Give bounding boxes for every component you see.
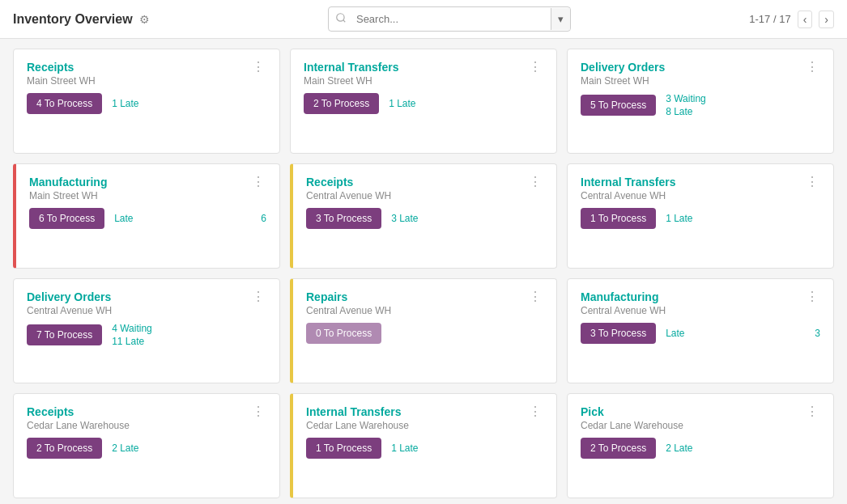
card-body-row: 3 To Process Late 3 [581, 323, 820, 344]
card-header: Delivery Orders Main Street WH ⋮ [581, 61, 820, 87]
process-button[interactable]: 1 To Process [306, 438, 381, 459]
card-header: Receipts Central Avenue WH ⋮ [306, 176, 543, 201]
card-header: Receipts Cedar Lane Warehouse ⋮ [27, 405, 266, 431]
card-internal-transfers-cedar: Internal Transfers Cedar Lane Warehouse … [290, 393, 557, 498]
card-subtitle: Cedar Lane Warehouse [306, 420, 409, 431]
stat-late[interactable]: 2 Late [666, 443, 692, 454]
card-menu-button[interactable]: ⋮ [804, 405, 820, 418]
card-title[interactable]: Receipts [27, 61, 96, 74]
card-menu-button[interactable]: ⋮ [250, 290, 266, 303]
process-button[interactable]: 2 To Process [27, 438, 102, 459]
card-title[interactable]: Pick [581, 405, 683, 418]
card-body-row: 2 To Process 2 Late [27, 438, 266, 459]
card-menu-button[interactable]: ⋮ [804, 61, 820, 74]
card-delivery-orders-main: Delivery Orders Main Street WH ⋮ 5 To Pr… [567, 49, 834, 154]
card-menu-button[interactable]: ⋮ [250, 176, 266, 188]
pagination-label: 1-17 / 17 [749, 13, 790, 25]
stat-waiting[interactable]: 3 Waiting [666, 93, 706, 104]
process-button[interactable]: 4 To Process [27, 93, 102, 114]
stat-late[interactable]: 1 Late [391, 443, 418, 454]
card-title[interactable]: Receipts [306, 176, 391, 188]
card-subtitle: Main Street WH [29, 190, 107, 201]
card-title[interactable]: Delivery Orders [581, 61, 665, 74]
stat-late[interactable]: 1 Late [666, 213, 692, 224]
card-body-row: 2 To Process 2 Late [581, 438, 820, 459]
card-delivery-orders-central: Delivery Orders Central Avenue WH ⋮ 7 To… [13, 278, 280, 383]
next-page-button[interactable]: › [819, 11, 834, 28]
cards-grid: Receipts Main Street WH ⋮ 4 To Process 1… [13, 49, 834, 504]
process-button[interactable]: 7 To Process [27, 324, 102, 345]
card-menu-button[interactable]: ⋮ [527, 405, 543, 418]
stat-late[interactable]: 1 Late [112, 98, 138, 109]
stat-late[interactable]: Late [114, 213, 133, 224]
stat-late[interactable]: 2 Late [112, 443, 138, 454]
svg-point-0 [337, 14, 344, 21]
process-button[interactable]: 1 To Process [581, 208, 656, 229]
card-menu-button[interactable]: ⋮ [250, 61, 266, 74]
card-stats: 3 Waiting8 Late [666, 93, 706, 117]
card-subtitle: Central Avenue WH [581, 190, 676, 201]
card-menu-button[interactable]: ⋮ [527, 290, 543, 303]
stat-waiting[interactable]: 4 Waiting [112, 323, 152, 334]
search-input[interactable] [353, 8, 551, 30]
search-bar: ▾ [328, 6, 571, 32]
card-title[interactable]: Receipts [27, 405, 130, 418]
card-subtitle: Central Avenue WH [306, 190, 391, 201]
card-stats: 2 Late [666, 443, 692, 454]
process-button[interactable]: 6 To Process [29, 208, 104, 229]
stat-late[interactable]: 11 Late [112, 336, 152, 347]
card-stats: Late [666, 328, 684, 339]
card-body-row: 0 To Process [306, 323, 543, 344]
card-header: Pick Cedar Lane Warehouse ⋮ [581, 405, 820, 431]
prev-page-button[interactable]: ‹ [798, 11, 813, 28]
card-title[interactable]: Repairs [306, 290, 391, 303]
process-button[interactable]: 3 To Process [581, 323, 656, 344]
process-button[interactable]: 2 To Process [304, 93, 379, 114]
card-title[interactable]: Internal Transfers [581, 176, 676, 188]
card-stats: 1 Late [391, 443, 418, 454]
card-menu-button[interactable]: ⋮ [250, 405, 266, 418]
stat-late[interactable]: 1 Late [389, 98, 415, 109]
card-subtitle: Main Street WH [304, 75, 399, 87]
card-internal-transfers-main: Internal Transfers Main Street WH ⋮ 2 To… [290, 49, 557, 154]
process-button[interactable]: 2 To Process [581, 438, 656, 459]
card-title[interactable]: Manufacturing [29, 176, 107, 188]
card-menu-button[interactable]: ⋮ [804, 290, 820, 303]
stat-late[interactable]: Late [666, 328, 684, 339]
header-right: 1-17 / 17 ‹ › [749, 11, 834, 28]
card-subtitle: Cedar Lane Warehouse [581, 420, 683, 431]
card-stats: 3 Late [391, 213, 418, 224]
card-menu-button[interactable]: ⋮ [804, 176, 820, 188]
card-body-row: 1 To Process 1 Late [581, 208, 820, 229]
card-header: Internal Transfers Central Avenue WH ⋮ [581, 176, 820, 201]
card-subtitle: Main Street WH [581, 75, 665, 87]
card-stats: 1 Late [389, 98, 415, 109]
stat-late[interactable]: 8 Late [666, 106, 706, 117]
process-button[interactable]: 3 To Process [306, 208, 381, 229]
card-stats: 2 Late [112, 443, 138, 454]
gear-icon[interactable]: ⚙ [139, 13, 150, 26]
card-title[interactable]: Delivery Orders [27, 290, 112, 303]
card-pick-cedar: Pick Cedar Lane Warehouse ⋮ 2 To Process… [567, 393, 834, 498]
process-button[interactable]: 0 To Process [306, 323, 381, 344]
card-title[interactable]: Manufacturing [581, 290, 666, 303]
card-header: Repairs Central Avenue WH ⋮ [306, 290, 543, 316]
stat-late[interactable]: 3 Late [391, 213, 418, 224]
process-button[interactable]: 5 To Process [581, 95, 656, 116]
card-header: Manufacturing Main Street WH ⋮ [29, 176, 266, 201]
card-body-row: 4 To Process 1 Late [27, 93, 266, 114]
card-menu-button[interactable]: ⋮ [527, 61, 543, 74]
card-body-row: 1 To Process 1 Late [306, 438, 543, 459]
card-stats: Late [114, 213, 133, 224]
card-menu-button[interactable]: ⋮ [527, 176, 543, 188]
page-title: Inventory Overview [13, 12, 133, 27]
card-header: Manufacturing Central Avenue WH ⋮ [581, 290, 820, 316]
card-subtitle: Cedar Lane Warehouse [27, 420, 130, 431]
card-subtitle: Central Avenue WH [27, 305, 112, 316]
svg-line-1 [343, 20, 346, 23]
card-title[interactable]: Internal Transfers [304, 61, 399, 74]
card-body-row: 2 To Process 1 Late [304, 93, 543, 114]
search-dropdown-button[interactable]: ▾ [551, 8, 570, 30]
card-title[interactable]: Internal Transfers [306, 405, 409, 418]
card-manufacturing-central: Manufacturing Central Avenue WH ⋮ 3 To P… [567, 278, 834, 383]
